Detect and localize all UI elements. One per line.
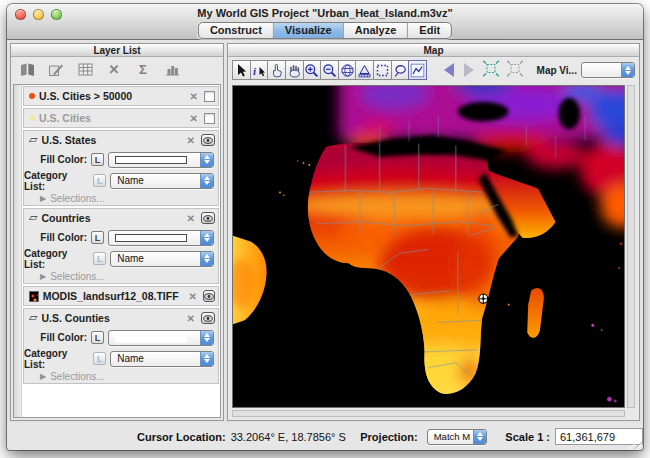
main-area: Layer List ✕ Σ (7, 41, 643, 423)
globe-zoom-extent-icon[interactable] (338, 60, 357, 80)
remove-layer-icon[interactable]: ✕ (187, 291, 199, 302)
tab-edit[interactable]: Edit (408, 23, 451, 38)
layer-visible-eye-button[interactable] (203, 290, 215, 302)
polygon-layer-icon: ▱ (29, 312, 37, 323)
point-layer-icon (29, 93, 35, 99)
selections-label[interactable]: Selections... (50, 193, 104, 204)
disclosure-triangle-icon[interactable]: ▶ (40, 372, 46, 381)
fill-color-dropdown[interactable] (108, 152, 214, 168)
map-view-label: Map Vi... (537, 65, 577, 76)
layer-card-us-cities[interactable]: U.S. Cities ✕ (23, 108, 219, 128)
zoom-out-tool-icon[interactable] (320, 60, 339, 80)
legend-button[interactable]: L (93, 252, 106, 265)
window-title: My World GIS Project "Urban_Heat_Island.… (7, 7, 643, 19)
category-list-dropdown[interactable]: Name (110, 251, 214, 267)
back-extent-button[interactable] (444, 63, 454, 77)
hyperlink-hand-tool-icon[interactable] (267, 60, 286, 80)
app-window: My World GIS Project "Urban_Heat_Island.… (7, 4, 643, 450)
layer-list-scrollbar[interactable] (14, 85, 22, 417)
dropdown-stepper-icon (621, 63, 634, 77)
layer-card-us-counties[interactable]: ▱ U.S. Counties ✕ Fill Color: L (23, 308, 219, 384)
add-layer-library-icon[interactable] (17, 61, 37, 79)
identify-info-tool-icon[interactable]: i (250, 60, 269, 80)
cursor-location-value: 33.2064° E, 18.7856° S (231, 431, 346, 443)
tab-construct[interactable]: Construct (199, 23, 274, 38)
raster-layer-thumbnail-icon (29, 291, 39, 302)
fill-color-dropdown[interactable] (108, 230, 214, 246)
fill-color-swatch (115, 333, 187, 343)
selections-label[interactable]: Selections... (50, 371, 104, 382)
fill-color-label: Fill Color: (40, 232, 87, 243)
disclosure-triangle-icon[interactable]: ▶ (40, 272, 46, 281)
scale-input[interactable] (555, 428, 643, 445)
legend-button[interactable]: L (93, 174, 106, 187)
edit-layer-icon[interactable] (46, 61, 66, 79)
dropdown-stepper-icon (473, 430, 486, 444)
point-layer-icon (29, 115, 35, 121)
layer-name: U.S. Cities > 50000 (39, 90, 132, 102)
select-arrow-tool-icon[interactable] (232, 60, 251, 80)
legend-button[interactable]: L (93, 352, 106, 365)
layer-name: U.S. Cities (39, 112, 91, 124)
measure-tool-icon[interactable] (355, 60, 374, 80)
remove-layer-icon[interactable]: ✕ (188, 113, 200, 124)
map-vertical-scrollbar[interactable] (627, 85, 635, 408)
dropdown-stepper-icon (200, 153, 213, 167)
category-list-label: Category List: (24, 348, 89, 370)
remove-layer-icon[interactable]: ✕ (185, 213, 197, 224)
dropdown-stepper-icon (200, 352, 213, 366)
remove-layer-icon[interactable]: ✕ (185, 135, 197, 146)
zoom-in-tool-icon[interactable] (303, 60, 322, 80)
projection-dropdown[interactable]: Match MODIS_landsurf12_08.T... (427, 429, 487, 445)
layer-name: Countries (41, 212, 90, 224)
map-horizontal-scrollbar[interactable] (232, 410, 625, 417)
category-list-dropdown[interactable]: Name (110, 351, 214, 367)
layer-name: U.S. Counties (41, 312, 109, 324)
layer-visible-eye-button[interactable] (201, 212, 215, 224)
table-icon[interactable] (75, 61, 95, 79)
dropdown-stepper-icon (200, 331, 213, 345)
lasso-select-tool-icon[interactable] (391, 60, 410, 80)
polygon-layer-icon: ▱ (29, 212, 37, 223)
layer-list-scroll-area[interactable]: U.S. Cities > 50000 ✕ U.S. Cities ✕ (13, 84, 221, 418)
remove-layer-icon[interactable]: ✕ (185, 313, 197, 324)
disclosure-triangle-icon[interactable]: ▶ (40, 194, 46, 203)
map-canvas[interactable] (232, 85, 625, 408)
layer-visible-eye-button[interactable] (201, 312, 215, 324)
layer-card-us-cities-50000[interactable]: U.S. Cities > 50000 ✕ (23, 86, 219, 106)
status-bar: Cursor Location: 33.2064° E, 18.7856° S … (7, 423, 643, 450)
category-list-label: Category List: (24, 170, 89, 192)
layer-card-us-states[interactable]: ▱ U.S. States ✕ Fill Color: L (23, 130, 219, 206)
layer-list-panel: Layer List ✕ Σ (10, 43, 224, 421)
marquee-select-tool-icon[interactable] (373, 60, 392, 80)
delete-layer-icon[interactable]: ✕ (104, 61, 124, 79)
layer-list-title: Layer List (11, 44, 223, 57)
mode-tabs: Construct Visualize Analyze Edit (198, 22, 452, 39)
remove-layer-icon[interactable]: ✕ (188, 91, 200, 102)
layer-visible-eye-button[interactable] (201, 134, 215, 146)
map-cursor-marker (478, 294, 488, 304)
selections-label[interactable]: Selections... (50, 271, 104, 282)
fill-color-dropdown[interactable] (108, 330, 214, 346)
tab-analyze[interactable]: Analyze (344, 23, 409, 38)
title-bar: My World GIS Project "Urban_Heat_Island.… (7, 4, 643, 40)
cursor-location-label: Cursor Location: (137, 431, 226, 443)
legend-button[interactable]: L (91, 231, 104, 244)
legend-button[interactable]: L (91, 153, 104, 166)
zoom-full-extent-icon[interactable] (482, 60, 500, 81)
map-view-dropdown[interactable] (581, 62, 635, 78)
legend-button[interactable]: L (91, 331, 104, 344)
layer-card-countries[interactable]: ▱ Countries ✕ Fill Color: L (23, 208, 219, 284)
pan-hand-tool-icon[interactable] (285, 60, 304, 80)
layer-card-modis[interactable]: MODIS_landsurf12_08.TIFF ✕ (23, 286, 219, 306)
layer-visibility-checkbox[interactable] (204, 91, 215, 102)
histogram-icon[interactable] (162, 61, 182, 79)
forward-extent-button[interactable] (464, 63, 474, 77)
tab-visualize[interactable]: Visualize (274, 23, 344, 38)
category-list-dropdown[interactable]: Name (110, 173, 214, 189)
dropdown-stepper-icon (200, 252, 213, 266)
statistics-sigma-icon[interactable]: Σ (133, 61, 153, 79)
zoom-selection-extent-icon[interactable] (506, 60, 524, 81)
graph-tool-icon[interactable] (408, 60, 427, 80)
layer-visibility-checkbox[interactable] (204, 113, 215, 124)
